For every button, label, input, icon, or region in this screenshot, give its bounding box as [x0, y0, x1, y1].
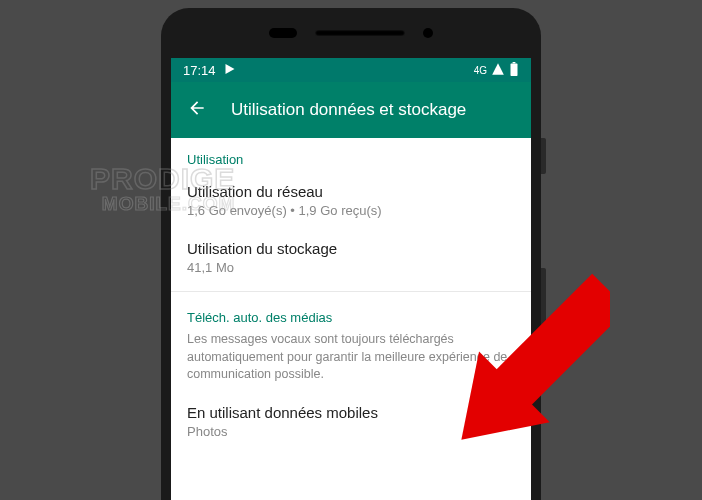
storage-usage-title: Utilisation du stockage: [187, 240, 515, 257]
signal-icon: [491, 62, 505, 79]
screen: 17:14 4G Utilisation données et stockage: [171, 58, 531, 500]
phone-side-button: [541, 138, 546, 174]
phone-side-button: [541, 268, 546, 348]
network-usage-title: Utilisation du réseau: [187, 183, 515, 200]
storage-usage-subtitle: 41,1 Mo: [187, 260, 515, 275]
network-usage-item[interactable]: Utilisation du réseau 1,6 Go envoyé(s) •…: [171, 173, 531, 230]
svg-rect-1: [513, 62, 516, 63]
status-bar: 17:14 4G: [171, 58, 531, 82]
phone-frame: 17:14 4G Utilisation données et stockage: [161, 8, 541, 500]
phone-notch: [269, 28, 433, 38]
divider: [171, 291, 531, 292]
page-title: Utilisation données et stockage: [231, 100, 466, 120]
content: Utilisation Utilisation du réseau 1,6 Go…: [171, 138, 531, 451]
mobile-data-item[interactable]: En utilisant données mobiles Photos: [171, 394, 531, 451]
back-arrow-icon[interactable]: [187, 98, 207, 122]
phone-speaker: [315, 30, 405, 36]
section-header-media: Téléch. auto. des médias: [171, 296, 531, 331]
section-header-usage: Utilisation: [171, 138, 531, 173]
network-type: 4G: [474, 65, 487, 76]
battery-icon: [509, 62, 519, 79]
section-description-media: Les messages vocaux sont toujours téléch…: [171, 331, 531, 394]
storage-usage-item[interactable]: Utilisation du stockage 41,1 Mo: [171, 230, 531, 287]
mobile-data-subtitle: Photos: [187, 424, 515, 439]
status-time: 17:14: [183, 63, 216, 78]
mobile-data-title: En utilisant données mobiles: [187, 404, 515, 421]
network-usage-subtitle: 1,6 Go envoyé(s) • 1,9 Go reçu(s): [187, 203, 515, 218]
play-store-icon: [224, 63, 236, 78]
phone-camera: [423, 28, 433, 38]
phone-sensor: [269, 28, 297, 38]
app-bar: Utilisation données et stockage: [171, 82, 531, 138]
svg-rect-0: [511, 63, 518, 76]
